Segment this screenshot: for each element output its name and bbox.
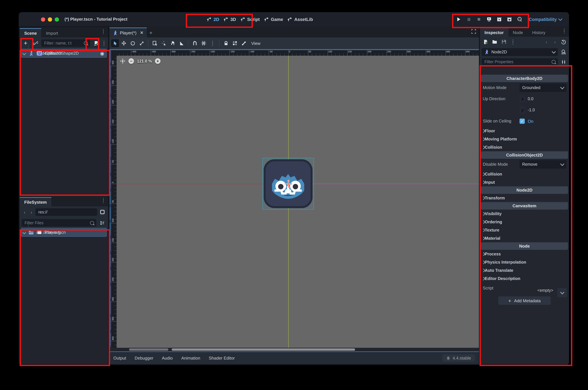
inspector-tab[interactable]: Node bbox=[508, 28, 528, 37]
inspector-row[interactable]: Up Direction Up Direction Up Direction 0… bbox=[480, 93, 569, 104]
inspector-row[interactable]: Auto Translate Auto Translate Auto Trans… bbox=[480, 266, 569, 274]
property-group[interactable]: Floor bbox=[482, 129, 569, 133]
group-selected-button[interactable] bbox=[231, 39, 239, 47]
checkbox-field[interactable]: ✓ On bbox=[520, 119, 534, 124]
inspector-row[interactable]: Add Metadata Add Metadata Add Metadata bbox=[480, 296, 569, 305]
property-group[interactable]: Input bbox=[482, 180, 569, 185]
scene-dock-tab[interactable]: Import bbox=[42, 29, 63, 37]
scene-tree-menu-icon[interactable]: ⋮⋮ bbox=[102, 42, 106, 45]
property-group[interactable]: Moving Platform bbox=[482, 137, 569, 141]
inspector-tab[interactable]: Inspector bbox=[480, 28, 508, 37]
workspace-tab[interactable]: 2D bbox=[207, 17, 219, 22]
resource-options-menu-icon[interactable]: ⋮⋮ bbox=[509, 38, 517, 46]
inspector-row[interactable]: Motion Mode Motion Mode Motion Mode Grou… bbox=[480, 82, 569, 93]
workspace-tab[interactable]: AssetLib bbox=[288, 17, 313, 22]
inspector-row[interactable]: CollisionObject2D CollisionObject2D Coll… bbox=[481, 151, 568, 159]
property-filter-input[interactable] bbox=[484, 59, 552, 64]
dock-menu-icon[interactable]: ⋮⋮ bbox=[101, 199, 106, 202]
save-resource-button[interactable] bbox=[500, 38, 508, 46]
scene-filter-input[interactable] bbox=[44, 41, 84, 46]
minimize-window-button[interactable] bbox=[48, 17, 52, 22]
pan-tool-button[interactable] bbox=[169, 39, 177, 47]
ruler-tool-button[interactable] bbox=[178, 39, 185, 47]
scene-filter-field[interactable] bbox=[41, 39, 90, 47]
scene-dock-tab[interactable]: Scene bbox=[20, 28, 42, 37]
bottom-panel-button[interactable]: Audio bbox=[162, 356, 173, 361]
workspace-tab[interactable]: 3D bbox=[224, 17, 236, 22]
scene-tree-row[interactable]: Sprite2D ◉ bbox=[21, 49, 107, 58]
inspector-row[interactable]: Ordering Ordering Ordering bbox=[480, 218, 569, 226]
property-group[interactable]: Physics Interpolation bbox=[482, 260, 569, 264]
new-resource-button[interactable] bbox=[481, 38, 489, 46]
property-group[interactable]: Collision bbox=[482, 172, 569, 176]
path-field[interactable] bbox=[35, 208, 97, 216]
zoom-level[interactable]: 121.0 % bbox=[137, 59, 152, 63]
center-view-icon[interactable] bbox=[120, 58, 125, 64]
inspector-row[interactable]: Transform Transform Transform bbox=[480, 194, 569, 202]
property-group[interactable]: Material bbox=[482, 236, 569, 241]
play-custom-scene-button[interactable] bbox=[506, 16, 513, 23]
inspector-row[interactable]: Input Input Input bbox=[480, 178, 569, 186]
workspace-tab[interactable]: Script bbox=[241, 17, 260, 22]
scrollbar-thumb[interactable] bbox=[172, 348, 355, 351]
inspector-row[interactable]: Process Process Process bbox=[480, 250, 569, 258]
lock-selected-button[interactable] bbox=[222, 39, 230, 47]
checkbox-checked-icon[interactable]: ✓ bbox=[520, 119, 525, 124]
filesystem-tab[interactable]: FileSystem bbox=[20, 197, 51, 206]
load-resource-button[interactable] bbox=[491, 38, 499, 46]
snap-pivot-button[interactable] bbox=[160, 39, 168, 47]
inspector-row[interactable]: Slide on Ceiling Slide on Ceiling Slide … bbox=[480, 116, 569, 127]
history-back-button[interactable]: ‹ bbox=[22, 208, 28, 216]
history-forward-icon[interactable]: › bbox=[551, 38, 559, 46]
property-group[interactable]: Visibility bbox=[482, 211, 569, 216]
zoom-out-button[interactable]: − bbox=[128, 58, 134, 64]
inspector-row[interactable]: Script Script Script <empty> bbox=[480, 283, 569, 294]
play-button[interactable] bbox=[455, 16, 462, 23]
bottom-panel-button[interactable]: Output bbox=[113, 356, 126, 361]
snap-options-menu-icon[interactable]: ⋮⋮ bbox=[209, 39, 216, 47]
rotate-tool-button[interactable] bbox=[129, 39, 137, 47]
grid-snap-icon[interactable] bbox=[200, 39, 208, 47]
sort-files-icon[interactable] bbox=[98, 219, 106, 227]
attach-script-button[interactable] bbox=[92, 39, 100, 47]
toggle-split-mode-button[interactable] bbox=[98, 208, 106, 216]
inspector-row[interactable]: Collision Collision Collision bbox=[480, 143, 569, 151]
bottom-panel-button[interactable]: Debugger bbox=[135, 356, 153, 361]
open-docs-icon[interactable]: DOC bbox=[559, 48, 567, 56]
visibility-eye-icon[interactable]: ◉ bbox=[100, 50, 104, 56]
play-remote-debug-button[interactable] bbox=[485, 16, 493, 23]
bottom-panel-button[interactable]: Shader Editor bbox=[209, 356, 235, 361]
pause-button[interactable] bbox=[465, 16, 472, 23]
maximize-window-button[interactable] bbox=[55, 17, 59, 22]
stop-button[interactable] bbox=[475, 16, 482, 23]
scene-tab-player[interactable]: Player(*) ✕ bbox=[109, 28, 147, 37]
inspector-row[interactable]: Collision Collision Collision bbox=[480, 170, 569, 178]
position-gizmo[interactable] bbox=[284, 180, 293, 188]
canvas-2d[interactable]: − 121.0 % + bbox=[117, 56, 479, 348]
history-forward-button[interactable]: › bbox=[29, 208, 34, 216]
select-region-button[interactable] bbox=[151, 39, 159, 47]
horizontal-scrollbar[interactable] bbox=[109, 348, 479, 351]
new-scene-tab-button[interactable]: + bbox=[147, 29, 155, 37]
path-input[interactable] bbox=[38, 209, 95, 215]
property-filter-field[interactable] bbox=[481, 58, 558, 66]
edited-object-selector[interactable]: Node2D bbox=[481, 48, 558, 56]
property-group[interactable]: Ordering bbox=[482, 220, 569, 224]
property-group[interactable]: Editor Description bbox=[482, 276, 569, 281]
inspector-row[interactable]: Visibility Visibility Visibility bbox=[480, 210, 569, 218]
property-group[interactable]: Auto Translate bbox=[482, 268, 569, 273]
add-metadata-button[interactable]: + Add Metadata bbox=[498, 296, 551, 305]
inspector-row[interactable]: Material Material Material bbox=[480, 234, 569, 242]
play-scene-button[interactable] bbox=[496, 16, 503, 23]
vertical-scrollbar[interactable] bbox=[109, 50, 111, 348]
zoom-in-button[interactable]: + bbox=[155, 58, 160, 64]
view-menu[interactable]: View bbox=[251, 41, 261, 46]
distraction-free-icon[interactable] bbox=[471, 29, 476, 35]
smart-snap-icon[interactable] bbox=[191, 39, 199, 47]
inspector-row[interactable]: CanvasItem CanvasItem CanvasItem bbox=[481, 202, 568, 210]
inspector-row[interactable]: Moving Platform Moving Platform Moving P… bbox=[480, 135, 569, 143]
scale-tool-button[interactable] bbox=[138, 39, 145, 47]
property-tools-icon[interactable] bbox=[559, 58, 567, 66]
inspector-row[interactable]: CharacterBody2D CharacterBody2D Characte… bbox=[481, 75, 568, 82]
filesystem-tree-row[interactable]: ★ Player.tscn bbox=[21, 228, 107, 237]
